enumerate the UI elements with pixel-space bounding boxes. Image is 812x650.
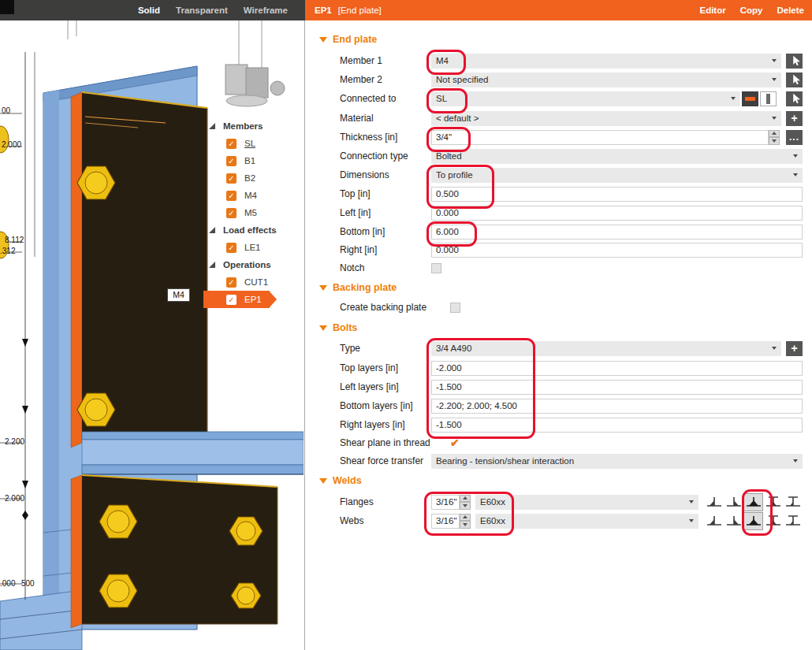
field-label: Material: [340, 113, 431, 124]
tree-group-load-effects[interactable]: Load effects: [203, 221, 304, 239]
stepper-down-button[interactable]: [460, 502, 471, 510]
tree-item-le1[interactable]: ✓ LE1: [203, 239, 304, 256]
section-collapse-icon[interactable]: [319, 325, 327, 331]
dimensions-select[interactable]: To profile: [431, 168, 803, 183]
right-input[interactable]: [431, 243, 803, 258]
tree-item-b2[interactable]: ✓ B2: [203, 169, 304, 187]
dropdown-caret-icon: [772, 78, 777, 81]
weld-fillet-left-button[interactable]: [705, 513, 723, 529]
weld-fillet-right-button[interactable]: [724, 513, 743, 529]
checkbox-checked-icon[interactable]: ✓: [226, 139, 237, 149]
member-2-select[interactable]: Not specified: [431, 72, 781, 87]
web-electrode-select[interactable]: E60xx: [475, 514, 698, 529]
section-collapse-icon[interactable]: [319, 478, 327, 484]
weld-double-fillet-button-selected[interactable]: [744, 494, 762, 511]
section-collapse-icon[interactable]: [319, 37, 327, 43]
section-end-plate[interactable]: End plate: [319, 32, 377, 47]
notch-checkbox[interactable]: [431, 263, 441, 273]
flange-weld-stepper[interactable]: [460, 495, 471, 510]
weld-ibeam-single-button[interactable]: [784, 513, 802, 529]
web-weld-size-input[interactable]: [431, 514, 460, 529]
checkbox-checked-icon[interactable]: ✓: [226, 156, 237, 166]
top-input[interactable]: [431, 187, 803, 202]
editor-button[interactable]: Editor: [699, 6, 725, 15]
member-1-select[interactable]: M4: [431, 54, 781, 69]
shear-plane-checkbox-checked[interactable]: ✔: [450, 437, 460, 448]
checkbox-checked-icon[interactable]: ✓: [226, 173, 237, 184]
weld-double-fillet-button-selected[interactable]: [744, 513, 762, 529]
tree-item-m4[interactable]: ✓ M4: [203, 187, 304, 204]
delete-button[interactable]: Delete: [777, 6, 804, 15]
view-mode-solid[interactable]: Solid: [138, 6, 160, 15]
field-label: Bottom layers [in]: [340, 400, 431, 411]
shear-force-transfer-select[interactable]: Bearing - tension/shear interaction: [431, 454, 803, 469]
tree-group-operations[interactable]: Operations: [203, 256, 304, 273]
tree-item-label: B2: [244, 173, 255, 183]
connected-to-select[interactable]: SL: [431, 91, 740, 106]
weld-fillet-left-button[interactable]: [705, 494, 723, 511]
tree-item-ep1-selected[interactable]: ✓ EP1: [203, 291, 270, 308]
tree-item-cut1[interactable]: ✓ CUT1: [203, 273, 304, 291]
section-bolts[interactable]: Bolts: [319, 320, 357, 336]
weld-fillet-right-button[interactable]: [724, 494, 743, 511]
tree-item-m5[interactable]: ✓ M5: [203, 204, 304, 221]
dimension-label: 2.200: [5, 437, 24, 446]
member-2-pick-button[interactable]: [786, 72, 803, 87]
orientation-horizontal-button[interactable]: [742, 91, 758, 106]
thickness-input[interactable]: [431, 130, 769, 145]
bottom-layers-input[interactable]: [431, 399, 803, 414]
column-base: [0, 590, 82, 650]
field-label: Top layers [in]: [340, 362, 431, 373]
flange-weld-size-input[interactable]: [431, 495, 460, 510]
add-bolt-type-button[interactable]: +: [786, 341, 803, 356]
bottom-input[interactable]: [431, 225, 803, 240]
checkbox-checked-icon[interactable]: ✓: [226, 243, 237, 253]
stepper-up-button[interactable]: [769, 130, 780, 138]
down-arrow-icon: [772, 139, 777, 143]
stepper-down-button[interactable]: [769, 137, 780, 145]
material-select[interactable]: < default >: [431, 111, 781, 126]
weld-ibeam-double-button[interactable]: [764, 494, 782, 511]
weld-ibeam-single-button[interactable]: [784, 494, 802, 511]
thickness-stepper[interactable]: [769, 130, 780, 145]
flange-electrode-select[interactable]: E60xx: [475, 495, 698, 510]
stepper-down-button[interactable]: [460, 521, 471, 529]
section-backing-plate[interactable]: Backing plate: [319, 280, 397, 295]
stepper-up-button[interactable]: [460, 495, 471, 503]
right-layers-input[interactable]: [431, 418, 803, 433]
tree-group-label: Members: [223, 121, 263, 131]
copy-button[interactable]: Copy: [740, 6, 763, 15]
checkbox-checked-icon[interactable]: ✓: [226, 191, 237, 201]
row-top-layers: Top layers [in]: [340, 358, 803, 377]
row-thickness: Thickness [in] ...: [340, 128, 803, 147]
connected-to-pick-button[interactable]: [786, 91, 803, 106]
add-material-button[interactable]: +: [786, 111, 803, 126]
left-input[interactable]: [431, 206, 803, 221]
orientation-vertical-button[interactable]: [760, 91, 777, 106]
top-layers-input[interactable]: [431, 361, 803, 376]
clamp-block: [225, 65, 248, 95]
fillet-weld-right-icon: [725, 495, 743, 509]
view-mode-transparent[interactable]: Transparent: [176, 6, 228, 15]
section-collapse-icon[interactable]: [319, 285, 327, 291]
viewport-3d[interactable]: 00 2.000 8.112 .312 2.200 2.000 .000 500…: [0, 20, 304, 650]
tree-item-b1[interactable]: ✓ B1: [203, 152, 304, 169]
member-1-pick-button[interactable]: [786, 54, 803, 69]
bolt-type-select[interactable]: 3/4 A490: [431, 341, 781, 356]
ibeam-double-fillet-icon: [765, 495, 782, 509]
thickness-more-button[interactable]: ...: [786, 130, 803, 145]
connection-type-select[interactable]: Bolted: [431, 149, 803, 164]
checkbox-checked-icon[interactable]: ✓: [226, 295, 237, 305]
stepper-up-button[interactable]: [460, 514, 471, 522]
create-backing-plate-checkbox[interactable]: [450, 303, 460, 313]
view-mode-wireframe[interactable]: Wireframe: [244, 6, 288, 15]
checkbox-checked-icon[interactable]: ✓: [226, 277, 237, 288]
weld-ibeam-double-button[interactable]: [764, 513, 782, 529]
left-layers-input[interactable]: [431, 380, 803, 395]
tree-item-sl[interactable]: ✓ SL: [203, 135, 304, 152]
horizontal-plate-icon: [745, 97, 755, 101]
web-weld-stepper[interactable]: [460, 514, 471, 529]
section-welds[interactable]: Welds: [319, 473, 362, 488]
tree-group-members[interactable]: Members: [203, 117, 304, 135]
checkbox-checked-icon[interactable]: ✓: [226, 208, 237, 218]
